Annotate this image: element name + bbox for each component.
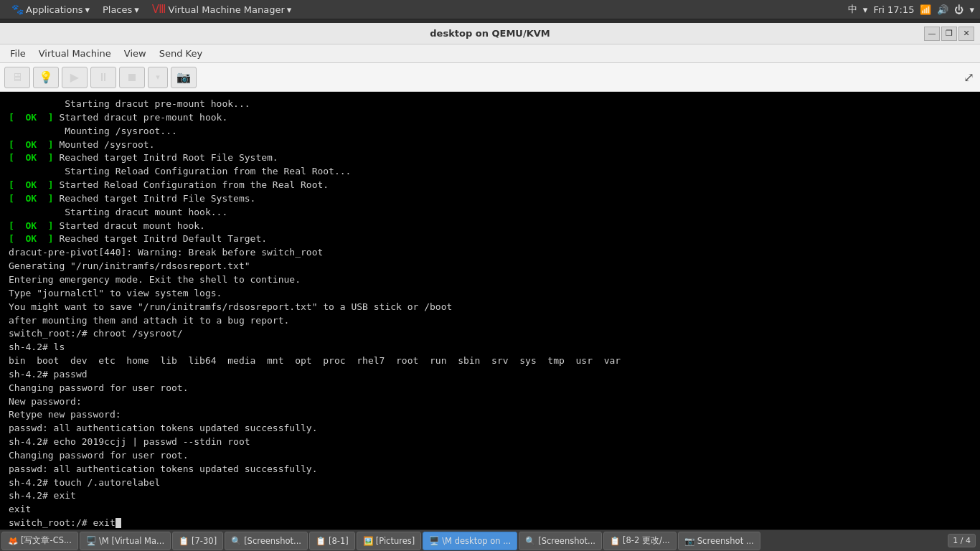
terminal-line: Starting Reload Configuration from the R… [9,165,971,179]
taskbar-item-icon: 🔍 [525,536,535,546]
taskbar-item-label: [8-1] [329,536,349,546]
terminal-line: passwd: all authentication tokens update… [9,422,971,435]
terminal-line: after mounting them and attach it to a b… [9,314,971,328]
lang-chevron-icon: ▾ [863,4,868,15]
power-on-button[interactable]: 🖥 [4,67,30,88]
taskbar-item-icon: 📋 [316,536,326,546]
wifi-icon: 📶 [920,4,931,15]
minimize-button[interactable]: — [924,27,940,41]
terminal-line: sh-4.2# passwd [9,368,971,382]
taskbar: 🦊[写文章-CS...🖥️\M [Virtual Ma...📋[7-30]🔍[S… [0,529,980,551]
vm-chevron-icon: ▾ [287,4,292,15]
chevron-down-icon: ▾ [156,72,160,82]
vm-window: desktop on QEMU/KVM — ❐ ✕ File Virtual M… [0,23,980,529]
maximize-button[interactable]: ❐ [941,27,957,41]
terminal-line: sh-4.2# touch /.autorelabel [9,476,971,490]
screenshot-icon: 📷 [176,70,191,84]
terminal-line: [ OK ] Reached target Initrd File System… [9,192,971,206]
close-button[interactable]: ✕ [958,27,974,41]
vm-manager-menu[interactable]: Ⅷ Virtual Machine Manager ▾ [146,1,297,17]
pause-icon: ⏸ [98,70,109,84]
terminal-line: [ OK ] Mounted /sysroot. [9,138,971,152]
taskbar-item-label: [7-30] [192,536,217,546]
terminal-line: Changing password for user root. [9,449,971,463]
terminal-line: Mounting /sysroot... [9,125,971,138]
taskbar-item[interactable]: 🔍[Screenshot... [519,532,602,550]
places-label: Places [103,4,132,15]
terminal-line: Type "journalctl" to view system logs. [9,287,971,301]
terminal-line: sh-4.2# ls [9,341,971,354]
taskbar-item-icon: 🔍 [231,536,241,546]
terminal-line: exit [9,503,971,517]
system-bar-right: 中 ▾ Fri 17:15 📶 🔊 ⏻ ▾ [848,3,974,16]
play-icon: ▶ [70,70,79,84]
menu-view[interactable]: View [118,47,152,60]
terminal-line: Changing password for user root. [9,382,971,395]
taskbar-item[interactable]: 📷Screenshot ... [678,532,760,550]
taskbar-item-icon: 🖼️ [363,536,373,546]
terminal-line: switch_root:/# chroot /sysroot/ [9,327,971,341]
taskbar-item-label: [Pictures] [376,536,415,546]
power-icon[interactable]: ⏻ [954,4,963,15]
dropdown-button[interactable]: ▾ [148,67,168,88]
applications-label: Applications [26,4,83,15]
terminal-line: [ OK ] Reached target Initrd Default Tar… [9,232,971,246]
taskbar-item-icon: 🦊 [8,536,18,546]
terminal-line: [ OK ] Reached target Initrd Root File S… [9,151,971,165]
taskbar-item[interactable]: 🖥️\M [Virtual Ma... [80,532,171,550]
stop-button[interactable]: ⏹ [119,67,145,88]
page-indicator: 1 / 4 [948,534,976,547]
terminal-line: passwd: all authentication tokens update… [9,463,971,476]
taskbar-item-label: \M desktop on ... [442,536,511,546]
terminal-line: New password: [9,395,971,409]
terminal-line: [ OK ] Started dracut mount hook. [9,220,971,233]
run-button[interactable]: ▶ [62,67,88,88]
menu-virtual-machine[interactable]: Virtual Machine [33,47,117,60]
taskbar-item[interactable]: 📋[8-2 更改/... [603,532,677,550]
window-controls: — ❐ ✕ [924,27,974,41]
places-menu[interactable]: Places ▾ [97,3,145,17]
terminal-line: Starting dracut mount hook... [9,206,971,220]
lightbulb-icon: 💡 [39,70,53,84]
places-chevron-icon: ▾ [134,4,139,15]
apps-chevron-icon: ▾ [85,4,90,15]
taskbar-item-icon: 📋 [179,536,189,546]
taskbar-item-label: [写文章-CS... [21,535,72,546]
terminal-area[interactable]: Starting dracut pre-mount hook...[ OK ] … [0,92,980,529]
terminal-line: switch_root:/# exit [9,517,971,529]
terminal-line: sh-4.2# exit [9,489,971,503]
taskbar-item[interactable]: 📋[8-1] [309,532,355,550]
lightbulb-button[interactable]: 💡 [33,67,59,88]
system-bar: 🐾 Applications ▾ Places ▾ Ⅷ Virtual Mach… [0,0,980,19]
resize-icon[interactable]: ⤢ [963,70,974,85]
vm-toolbar: 🖥 💡 ▶ ⏸ ⏹ ▾ 📷 ⤢ [0,63,980,92]
clock: Fri 17:15 [873,4,914,15]
applications-menu[interactable]: 🐾 Applications ▾ [6,2,95,17]
vm-title-bar: desktop on QEMU/KVM — ❐ ✕ [0,23,980,44]
stop-icon: ⏹ [126,70,138,84]
taskbar-item[interactable]: 🦊[写文章-CS... [1,532,78,550]
monitor-icon: 🖥 [11,70,23,84]
taskbar-item-icon: 📷 [684,536,694,546]
terminal-line: [ OK ] Started Reload Configuration from… [9,179,971,192]
taskbar-item[interactable]: 🖼️[Pictures] [357,532,422,550]
taskbar-item-icon: 🖥️ [86,536,96,546]
taskbar-item-label: [8-2 更改/... [623,535,670,546]
taskbar-item-icon: 📋 [610,536,620,546]
apps-icon: 🐾 [11,4,24,15]
vm-manager-label: Virtual Machine Manager [169,4,285,15]
taskbar-item-icon: 🖥️ [429,536,439,546]
terminal-line: Entering emergency mode. Exit the shell … [9,273,971,287]
screenshot-button[interactable]: 📷 [171,67,197,88]
taskbar-item[interactable]: 🖥️\M desktop on ... [423,532,517,550]
terminal-line: Generating "/run/initramfs/rdsosreport.t… [9,260,971,273]
menu-send-key[interactable]: Send Key [154,47,208,60]
pause-button[interactable]: ⏸ [90,67,116,88]
vm-title: desktop on QEMU/KVM [430,28,550,39]
vm-menu-bar: File Virtual Machine View Send Key [0,44,980,63]
taskbar-item[interactable]: 🔍[Screenshot... [225,532,308,550]
menu-file[interactable]: File [4,47,32,60]
taskbar-item[interactable]: 📋[7-30] [172,532,223,550]
terminal-line: bin boot dev etc home lib lib64 media mn… [9,354,971,368]
language-indicator[interactable]: 中 [848,3,857,16]
